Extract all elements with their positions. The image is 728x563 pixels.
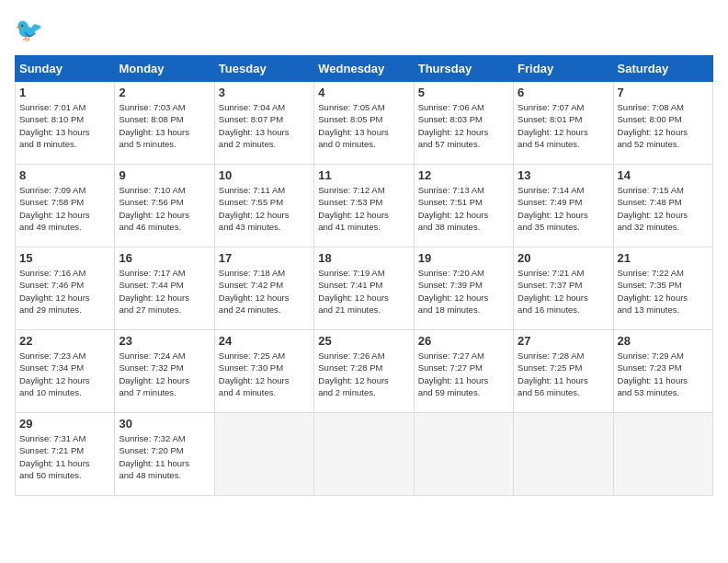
day-info: Sunrise: 7:10 AM Sunset: 7:56 PM Dayligh…	[119, 184, 210, 233]
calendar-day: 17Sunrise: 7:18 AM Sunset: 7:42 PM Dayli…	[214, 247, 313, 330]
day-info: Sunrise: 7:23 AM Sunset: 7:34 PM Dayligh…	[19, 350, 110, 398]
day-number: 5	[418, 86, 509, 99]
weekday-header-friday: Friday	[514, 56, 613, 82]
day-number: 1	[19, 86, 110, 99]
day-info: Sunrise: 7:04 AM Sunset: 8:07 PM Dayligh…	[219, 101, 310, 150]
svg-text:🐦: 🐦	[15, 16, 44, 44]
calendar-day: 23Sunrise: 7:24 AM Sunset: 7:32 PM Dayli…	[115, 330, 214, 413]
calendar-day: 22Sunrise: 7:23 AM Sunset: 7:34 PM Dayli…	[16, 330, 115, 413]
logo-bird-icon: 🐦	[15, 15, 44, 44]
day-info: Sunrise: 7:19 AM Sunset: 7:41 PM Dayligh…	[318, 267, 409, 316]
day-number: 10	[219, 168, 310, 182]
day-info: Sunrise: 7:32 AM Sunset: 7:20 PM Dayligh…	[119, 432, 210, 481]
calendar-day: 1Sunrise: 7:01 AM Sunset: 8:10 PM Daylig…	[16, 82, 115, 165]
day-info: Sunrise: 7:09 AM Sunset: 7:58 PM Dayligh…	[19, 184, 110, 233]
calendar-day: 18Sunrise: 7:19 AM Sunset: 7:41 PM Dayli…	[314, 247, 414, 330]
calendar-day: 13Sunrise: 7:14 AM Sunset: 7:49 PM Dayli…	[514, 165, 613, 247]
day-info: Sunrise: 7:17 AM Sunset: 7:44 PM Dayligh…	[119, 267, 210, 316]
day-info: Sunrise: 7:15 AM Sunset: 7:48 PM Dayligh…	[618, 184, 709, 233]
page-header: 🐦	[15, 15, 713, 44]
weekday-header-wednesday: Wednesday	[314, 56, 414, 82]
day-number: 29	[19, 417, 110, 431]
calendar-day	[514, 413, 613, 496]
calendar-day: 8Sunrise: 7:09 AM Sunset: 7:58 PM Daylig…	[16, 165, 115, 247]
day-info: Sunrise: 7:08 AM Sunset: 8:00 PM Dayligh…	[618, 101, 709, 150]
day-info: Sunrise: 7:01 AM Sunset: 8:10 PM Dayligh…	[19, 101, 110, 150]
day-number: 14	[618, 168, 709, 182]
calendar-table: SundayMondayTuesdayWednesdayThursdayFrid…	[15, 55, 713, 496]
day-info: Sunrise: 7:31 AM Sunset: 7:21 PM Dayligh…	[19, 432, 110, 481]
day-number: 7	[618, 86, 709, 99]
day-number: 2	[119, 86, 210, 99]
day-number: 20	[518, 251, 609, 265]
day-info: Sunrise: 7:21 AM Sunset: 7:37 PM Dayligh…	[518, 267, 609, 316]
day-number: 6	[518, 86, 609, 99]
weekday-header-monday: Monday	[115, 56, 214, 82]
calendar-day: 16Sunrise: 7:17 AM Sunset: 7:44 PM Dayli…	[115, 247, 214, 330]
calendar-day: 28Sunrise: 7:29 AM Sunset: 7:23 PM Dayli…	[613, 330, 712, 413]
calendar-day: 24Sunrise: 7:25 AM Sunset: 7:30 PM Dayli…	[214, 330, 313, 413]
day-info: Sunrise: 7:27 AM Sunset: 7:27 PM Dayligh…	[418, 350, 509, 398]
calendar-day: 21Sunrise: 7:22 AM Sunset: 7:35 PM Dayli…	[613, 247, 712, 330]
day-number: 26	[418, 334, 509, 348]
calendar-day: 4Sunrise: 7:05 AM Sunset: 8:05 PM Daylig…	[314, 82, 414, 165]
day-number: 13	[518, 168, 609, 182]
day-number: 11	[318, 168, 409, 182]
calendar-day	[414, 413, 513, 496]
day-info: Sunrise: 7:12 AM Sunset: 7:53 PM Dayligh…	[318, 184, 409, 233]
day-number: 25	[318, 334, 409, 348]
calendar-day: 7Sunrise: 7:08 AM Sunset: 8:00 PM Daylig…	[613, 82, 712, 165]
day-info: Sunrise: 7:25 AM Sunset: 7:30 PM Dayligh…	[219, 350, 310, 398]
calendar-day: 12Sunrise: 7:13 AM Sunset: 7:51 PM Dayli…	[414, 165, 513, 247]
logo: 🐦	[15, 15, 48, 44]
day-info: Sunrise: 7:06 AM Sunset: 8:03 PM Dayligh…	[418, 101, 509, 150]
weekday-header-saturday: Saturday	[613, 56, 712, 82]
day-info: Sunrise: 7:11 AM Sunset: 7:55 PM Dayligh…	[219, 184, 310, 233]
day-number: 16	[119, 251, 210, 265]
day-number: 12	[418, 168, 509, 182]
day-info: Sunrise: 7:18 AM Sunset: 7:42 PM Dayligh…	[219, 267, 310, 316]
day-info: Sunrise: 7:28 AM Sunset: 7:25 PM Dayligh…	[518, 350, 609, 398]
day-info: Sunrise: 7:29 AM Sunset: 7:23 PM Dayligh…	[618, 350, 709, 398]
day-info: Sunrise: 7:07 AM Sunset: 8:01 PM Dayligh…	[518, 101, 609, 150]
day-number: 15	[19, 251, 110, 265]
calendar-day	[214, 413, 313, 496]
day-info: Sunrise: 7:05 AM Sunset: 8:05 PM Dayligh…	[318, 101, 409, 150]
calendar-day: 10Sunrise: 7:11 AM Sunset: 7:55 PM Dayli…	[214, 165, 313, 247]
calendar-day	[314, 413, 414, 496]
day-info: Sunrise: 7:03 AM Sunset: 8:08 PM Dayligh…	[119, 101, 210, 150]
calendar-day: 30Sunrise: 7:32 AM Sunset: 7:20 PM Dayli…	[115, 413, 214, 496]
day-info: Sunrise: 7:16 AM Sunset: 7:46 PM Dayligh…	[19, 267, 110, 316]
day-number: 24	[219, 334, 310, 348]
day-number: 19	[418, 251, 509, 265]
day-number: 21	[618, 251, 709, 265]
calendar-day: 25Sunrise: 7:26 AM Sunset: 7:28 PM Dayli…	[314, 330, 414, 413]
day-info: Sunrise: 7:26 AM Sunset: 7:28 PM Dayligh…	[318, 350, 409, 398]
weekday-header-sunday: Sunday	[16, 56, 115, 82]
day-number: 22	[19, 334, 110, 348]
day-number: 4	[318, 86, 409, 99]
calendar-day: 9Sunrise: 7:10 AM Sunset: 7:56 PM Daylig…	[115, 165, 214, 247]
day-number: 28	[618, 334, 709, 348]
day-info: Sunrise: 7:14 AM Sunset: 7:49 PM Dayligh…	[518, 184, 609, 233]
day-number: 27	[518, 334, 609, 348]
day-info: Sunrise: 7:24 AM Sunset: 7:32 PM Dayligh…	[119, 350, 210, 398]
day-info: Sunrise: 7:13 AM Sunset: 7:51 PM Dayligh…	[418, 184, 509, 233]
day-number: 18	[318, 251, 409, 265]
day-info: Sunrise: 7:20 AM Sunset: 7:39 PM Dayligh…	[418, 267, 509, 316]
calendar-day: 14Sunrise: 7:15 AM Sunset: 7:48 PM Dayli…	[613, 165, 712, 247]
calendar-day: 5Sunrise: 7:06 AM Sunset: 8:03 PM Daylig…	[414, 82, 513, 165]
day-info: Sunrise: 7:22 AM Sunset: 7:35 PM Dayligh…	[618, 267, 709, 316]
calendar-day: 26Sunrise: 7:27 AM Sunset: 7:27 PM Dayli…	[414, 330, 513, 413]
day-number: 3	[219, 86, 310, 99]
weekday-header-thursday: Thursday	[414, 56, 513, 82]
day-number: 17	[219, 251, 310, 265]
calendar-day: 3Sunrise: 7:04 AM Sunset: 8:07 PM Daylig…	[214, 82, 313, 165]
day-number: 30	[119, 417, 210, 431]
day-number: 23	[119, 334, 210, 348]
calendar-day: 29Sunrise: 7:31 AM Sunset: 7:21 PM Dayli…	[16, 413, 115, 496]
calendar-day: 20Sunrise: 7:21 AM Sunset: 7:37 PM Dayli…	[514, 247, 613, 330]
calendar-day: 6Sunrise: 7:07 AM Sunset: 8:01 PM Daylig…	[514, 82, 613, 165]
calendar-day: 2Sunrise: 7:03 AM Sunset: 8:08 PM Daylig…	[115, 82, 214, 165]
weekday-header-tuesday: Tuesday	[214, 56, 313, 82]
